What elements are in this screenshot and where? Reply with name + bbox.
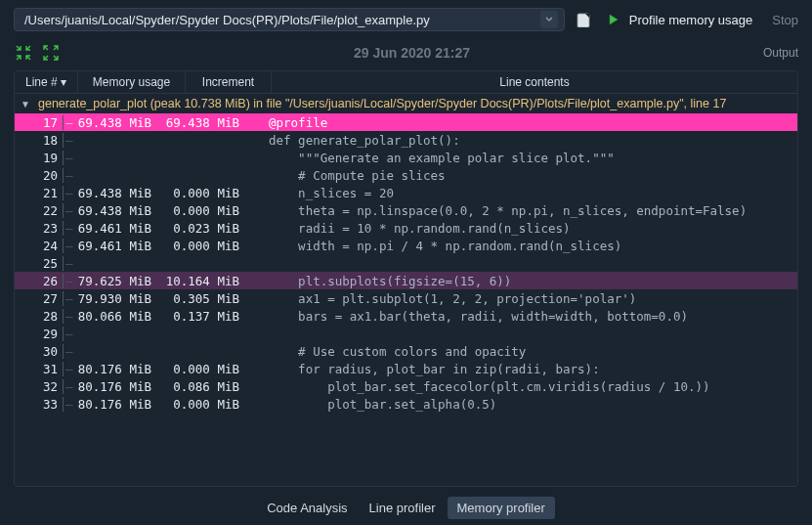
tab-code-analysis[interactable]: Code Analysis bbox=[257, 497, 357, 519]
memory-usage-cell: 69.438 MiB bbox=[75, 115, 163, 130]
code-cell: n_slices = 20 bbox=[251, 186, 797, 200]
header-line-number[interactable]: Line # ▾ bbox=[15, 71, 78, 93]
sort-down-icon: ▾ bbox=[61, 75, 66, 89]
line-number: 20 bbox=[15, 168, 64, 183]
output-button[interactable]: Output bbox=[763, 46, 798, 60]
column-headers: Line # ▾ Memory usage Increment Line con… bbox=[15, 71, 797, 94]
increment-cell: 0.137 MiB bbox=[163, 309, 251, 324]
code-row[interactable]: 25– bbox=[15, 254, 797, 272]
profile-memory-button[interactable]: Profile memory usage bbox=[604, 10, 752, 29]
code-row[interactable]: 28–80.066 MiB0.137 MiB bars = ax1.bar(th… bbox=[15, 307, 797, 325]
code-cell: def generate_polar_plot(): bbox=[251, 133, 797, 148]
collapse-triangle-icon[interactable]: ▼ bbox=[21, 99, 32, 109]
line-number: 31 bbox=[15, 362, 64, 376]
increment-cell: 10.164 MiB bbox=[163, 274, 251, 288]
increment-cell: 0.000 MiB bbox=[163, 362, 251, 376]
increment-cell: 0.000 MiB bbox=[163, 186, 251, 200]
line-number: 29 bbox=[15, 327, 64, 341]
collapse-all-icon[interactable] bbox=[14, 43, 33, 63]
code-row[interactable]: 33–80.176 MiB0.000 MiB plot_bar.set_alph… bbox=[15, 395, 797, 413]
code-cell: plot_bar.set_facecolor(plt.cm.viridis(ra… bbox=[251, 379, 797, 394]
header-increment[interactable]: Increment bbox=[186, 71, 272, 93]
code-row[interactable]: 23–69.461 MiB0.023 MiB radii = 10 * np.r… bbox=[15, 219, 797, 237]
line-number: 24 bbox=[15, 239, 64, 253]
tab-memory-profiler[interactable]: Memory profiler bbox=[448, 497, 555, 519]
line-number: 26 bbox=[15, 274, 64, 288]
code-row[interactable]: 29– bbox=[15, 325, 797, 342]
line-number: 32 bbox=[15, 379, 64, 394]
code-cell: @profile bbox=[251, 115, 797, 130]
increment-cell: 0.086 MiB bbox=[163, 379, 251, 394]
increment-cell: 0.305 MiB bbox=[163, 291, 251, 306]
memory-usage-cell: 80.176 MiB bbox=[75, 362, 163, 376]
code-row[interactable]: 30– # Use custom colors and opacity bbox=[15, 342, 797, 360]
stop-label: Stop bbox=[772, 13, 798, 27]
memory-usage-cell: 80.066 MiB bbox=[75, 309, 163, 324]
code-cell: bars = ax1.bar(theta, radii, width=width… bbox=[251, 309, 797, 324]
line-number: 19 bbox=[15, 151, 64, 165]
code-cell: plt.subplots(figsize=(15, 6)) bbox=[251, 274, 797, 288]
profiler-panel: Line # ▾ Memory usage Increment Line con… bbox=[14, 70, 798, 487]
line-number: 23 bbox=[15, 221, 64, 236]
line-number: 22 bbox=[15, 203, 64, 218]
code-row[interactable]: 27–79.930 MiB0.305 MiB ax1 = plt.subplot… bbox=[15, 289, 797, 307]
code-cell: for radius, plot_bar in zip(radii, bars)… bbox=[251, 362, 797, 376]
memory-usage-cell: 69.461 MiB bbox=[75, 239, 163, 253]
stop-button[interactable]: Stop bbox=[772, 13, 798, 27]
code-row[interactable]: 18–def generate_polar_plot(): bbox=[15, 131, 797, 149]
code-row[interactable]: 32–80.176 MiB0.086 MiB plot_bar.set_face… bbox=[15, 377, 797, 395]
increment-cell: 69.438 MiB bbox=[163, 115, 251, 130]
code-row[interactable]: 24–69.461 MiB0.000 MiB width = np.pi / 4… bbox=[15, 237, 797, 254]
memory-usage-cell: 69.438 MiB bbox=[75, 203, 163, 218]
code-rows-container: 17–69.438 MiB69.438 MiB@profile18–def ge… bbox=[15, 113, 797, 413]
tab-line-profiler[interactable]: Line profiler bbox=[360, 497, 446, 519]
code-row[interactable]: 20– # Compute pie slices bbox=[15, 166, 797, 184]
memory-usage-cell: 79.625 MiB bbox=[75, 274, 163, 288]
path-dropdown-icon[interactable] bbox=[540, 11, 558, 28]
code-row[interactable]: 21–69.438 MiB0.000 MiB n_slices = 20 bbox=[15, 184, 797, 201]
increment-cell: 0.000 MiB bbox=[163, 239, 251, 253]
code-row[interactable]: 19– """Generate an example polar slice p… bbox=[15, 149, 797, 166]
timestamp-label: 29 Jun 2020 21:27 bbox=[61, 45, 763, 61]
line-number: 18 bbox=[15, 133, 64, 148]
memory-usage-cell: 69.438 MiB bbox=[75, 186, 163, 200]
line-number: 17 bbox=[15, 115, 64, 130]
function-summary-row[interactable]: ▼ generate_polar_plot (peak 10.738 MiB) … bbox=[15, 94, 797, 113]
code-cell: width = np.pi / 4 * np.random.rand(n_sli… bbox=[251, 239, 797, 253]
line-number: 27 bbox=[15, 291, 64, 306]
line-number: 33 bbox=[15, 397, 64, 412]
code-cell: # Compute pie slices bbox=[251, 168, 797, 183]
expand-all-icon[interactable] bbox=[41, 43, 61, 63]
second-toolbar: 29 Jun 2020 21:27 Output bbox=[0, 37, 812, 70]
header-memory-usage[interactable]: Memory usage bbox=[78, 71, 186, 93]
code-cell: radii = 10 * np.random.rand(n_slices) bbox=[251, 221, 797, 236]
memory-usage-cell: 79.930 MiB bbox=[75, 291, 163, 306]
increment-cell: 0.023 MiB bbox=[163, 221, 251, 236]
code-cell: ax1 = plt.subplot(1, 2, 2, projection='p… bbox=[251, 291, 797, 306]
line-number: 21 bbox=[15, 186, 64, 200]
line-number: 30 bbox=[15, 344, 64, 359]
code-row[interactable]: 22–69.438 MiB0.000 MiB theta = np.linspa… bbox=[15, 201, 797, 219]
memory-usage-cell: 69.461 MiB bbox=[75, 221, 163, 236]
code-row[interactable]: 31–80.176 MiB0.000 MiB for radius, plot_… bbox=[15, 360, 797, 377]
bottom-tabs: Code Analysis Line profiler Memory profi… bbox=[0, 487, 812, 525]
file-path-input[interactable]: /Users/juanis/Local/Spyder/Spyder Docs(P… bbox=[14, 8, 565, 31]
code-cell: plot_bar.set_alpha(0.5) bbox=[251, 397, 797, 412]
code-cell: theta = np.linspace(0.0, 2 * np.pi, n_sl… bbox=[251, 203, 797, 218]
memory-usage-cell: 80.176 MiB bbox=[75, 397, 163, 412]
function-summary-text: generate_polar_plot (peak 10.738 MiB) in… bbox=[38, 97, 726, 110]
memory-usage-cell: 80.176 MiB bbox=[75, 379, 163, 394]
collapse-expand-cluster bbox=[14, 43, 61, 63]
top-toolbar: /Users/juanis/Local/Spyder/Spyder Docs(P… bbox=[0, 0, 812, 37]
increment-cell: 0.000 MiB bbox=[163, 397, 251, 412]
code-row[interactable]: 17–69.438 MiB69.438 MiB@profile bbox=[15, 113, 797, 131]
header-line-contents[interactable]: Line contents bbox=[272, 71, 797, 93]
open-file-icon[interactable] bbox=[575, 10, 594, 29]
code-cell: """Generate an example polar slice plot.… bbox=[251, 151, 797, 165]
line-number: 25 bbox=[15, 256, 64, 271]
code-row[interactable]: 26–79.625 MiB10.164 MiB plt.subplots(fig… bbox=[15, 272, 797, 289]
increment-cell: 0.000 MiB bbox=[163, 203, 251, 218]
line-number: 28 bbox=[15, 309, 64, 324]
code-cell: # Use custom colors and opacity bbox=[251, 344, 797, 359]
play-icon bbox=[604, 10, 623, 29]
